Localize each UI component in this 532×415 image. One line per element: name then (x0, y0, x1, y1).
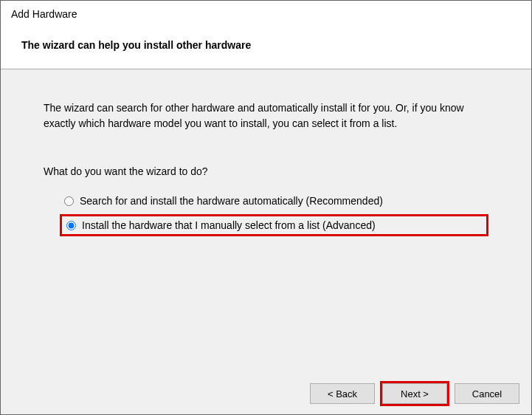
cancel-button[interactable]: Cancel (455, 383, 519, 404)
option-manual-row[interactable]: Install the hardware that I manually sel… (60, 214, 488, 236)
option-manual-label: Install the hardware that I manually sel… (82, 219, 376, 231)
option-auto-row[interactable]: Search for and install the hardware auto… (60, 192, 488, 210)
dialog-subtitle: The wizard can help you install other ha… (21, 39, 521, 51)
next-button[interactable]: Next > (382, 383, 447, 404)
option-manual-radio[interactable] (66, 221, 76, 230)
wizard-description: The wizard can search for other hardware… (44, 100, 488, 131)
dialog-title: Add Hardware (11, 8, 521, 20)
dialog-content: The wizard can search for other hardware… (1, 69, 531, 374)
back-button[interactable]: < Back (310, 383, 375, 404)
option-auto-label: Search for and install the hardware auto… (80, 195, 383, 207)
dialog-header: Add Hardware The wizard can help you ins… (1, 1, 531, 69)
add-hardware-dialog: Add Hardware The wizard can help you ins… (0, 0, 532, 415)
wizard-question: What do you want the wizard to do? (44, 165, 488, 177)
dialog-footer: < Back Next > Cancel (1, 374, 531, 414)
option-auto-radio[interactable] (64, 196, 74, 206)
install-option-group: Search for and install the hardware auto… (44, 192, 488, 236)
